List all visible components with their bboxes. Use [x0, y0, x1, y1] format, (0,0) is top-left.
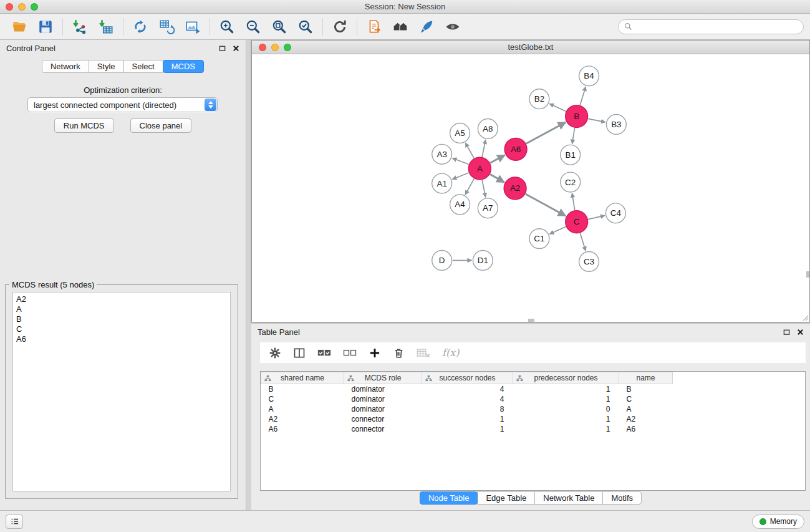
add-icon[interactable]	[369, 347, 381, 359]
graph-edge-A6-B[interactable]	[526, 122, 566, 143]
tab-network[interactable]: Network	[42, 60, 89, 73]
graph-edge-A-A1[interactable]	[452, 173, 468, 179]
show-columns-icon[interactable]	[293, 347, 306, 359]
graph-node-A2[interactable]: A2	[504, 177, 526, 200]
tab-edge-table[interactable]: Edge Table	[477, 491, 535, 505]
close-panel-button[interactable]: Close panel	[130, 118, 192, 133]
graph-node-A[interactable]: A	[468, 157, 491, 180]
mcds-result-item[interactable]: A2	[16, 294, 227, 304]
show-panels-button[interactable]	[6, 515, 23, 529]
tab-motifs[interactable]: Motifs	[602, 491, 642, 505]
graph-node-C4[interactable]: C4	[605, 203, 625, 223]
graph-edge-B-B2[interactable]	[549, 104, 566, 111]
column-header-successor-nodes[interactable]: successor nodes	[422, 372, 513, 384]
float-panel-icon[interactable]	[219, 45, 226, 52]
open-session-button[interactable]	[6, 16, 32, 37]
criterion-dropdown[interactable]: largest connected component (directed)	[27, 97, 218, 112]
clone-network-button[interactable]	[127, 16, 153, 37]
graph-node-A4[interactable]: A4	[450, 195, 470, 215]
column-header-mcds-role[interactable]: MCDS role	[344, 372, 422, 384]
graph-edge-B-B1[interactable]	[572, 128, 575, 143]
graph-edge-B-B4[interactable]	[580, 87, 586, 105]
import-table-button[interactable]	[93, 16, 119, 37]
table-row[interactable]: A2connector11A2	[261, 414, 806, 424]
zoom-out-button[interactable]	[240, 16, 266, 37]
graph-node-A6[interactable]: A6	[504, 138, 527, 160]
tab-mcds[interactable]: MCDS	[163, 60, 204, 73]
graph-node-B2[interactable]: B2	[529, 89, 549, 109]
graph-edge-C-C1[interactable]	[549, 227, 566, 235]
network-zoom-button[interactable]	[284, 44, 291, 51]
table-row[interactable]: Adominator80A	[261, 404, 806, 414]
column-header-predecessor-nodes[interactable]: predecessor nodes	[513, 372, 619, 384]
zoom-in-button[interactable]	[214, 16, 240, 37]
import-network-button[interactable]	[67, 16, 93, 37]
zoom-selected-button[interactable]	[292, 16, 319, 37]
show-hide-button[interactable]	[440, 16, 466, 37]
resize-grip-icon[interactable]	[801, 314, 809, 321]
graph-node-A8[interactable]: A8	[478, 119, 498, 139]
mcds-result-item[interactable]: B	[16, 314, 227, 324]
network-minimize-button[interactable]	[271, 44, 279, 51]
network-graph[interactable]: B4B2BB3A5A8A6A3B1AC2A1A2A4A7C4CC1DD1C3	[252, 55, 809, 322]
graph-node-A7[interactable]: A7	[478, 198, 498, 218]
mcds-result-item[interactable]: A	[16, 304, 227, 314]
tab-select[interactable]: Select	[123, 60, 163, 73]
graph-node-A5[interactable]: A5	[450, 123, 470, 143]
table-row[interactable]: A6connector11A6	[261, 424, 806, 434]
close-panel-icon[interactable]	[233, 45, 239, 52]
function-builder-icon[interactable]: f(x)	[442, 347, 459, 359]
graph-edge-C-C4[interactable]	[588, 216, 605, 220]
graph-edge-A-A3[interactable]	[452, 158, 468, 165]
delete-columns-icon[interactable]	[417, 347, 430, 359]
graph-node-B[interactable]: B	[566, 105, 588, 128]
export-image-button[interactable]	[180, 16, 206, 37]
minimize-window-button[interactable]	[18, 3, 26, 11]
home-button[interactable]	[387, 16, 413, 37]
graph-edge-A-A6[interactable]	[490, 155, 504, 163]
mcds-result-item[interactable]: C	[16, 324, 227, 334]
search-input[interactable]	[635, 22, 798, 31]
network-canvas[interactable]: B4B2BB3A5A8A6A3B1AC2A1A2A4A7C4CC1DD1C3	[252, 55, 809, 322]
float-panel-icon[interactable]	[783, 329, 790, 336]
graph-edge-A-A7[interactable]	[482, 180, 486, 198]
save-session-button[interactable]	[32, 16, 59, 37]
graph-node-C2[interactable]: C2	[561, 172, 581, 192]
zoom-window-button[interactable]	[31, 3, 38, 11]
graph-node-C3[interactable]: C3	[579, 252, 599, 272]
tab-style[interactable]: Style	[89, 60, 124, 73]
graph-edge-A-A8[interactable]	[482, 140, 486, 157]
graph-edge-A2-C[interactable]	[526, 194, 566, 216]
tab-network-table[interactable]: Network Table	[534, 491, 603, 505]
memory-button[interactable]: Memory	[752, 515, 804, 529]
mcds-result-list[interactable]: A2ABCA6	[12, 292, 231, 491]
style-button[interactable]	[413, 16, 440, 37]
graph-node-D[interactable]: D	[432, 251, 452, 271]
clone-table-button[interactable]	[153, 16, 180, 37]
graph-node-A1[interactable]: A1	[432, 173, 452, 193]
mcds-result-item[interactable]: A6	[16, 334, 227, 344]
deselect-all-icon[interactable]	[343, 348, 357, 358]
graph-node-D1[interactable]: D1	[473, 251, 493, 271]
graph-edge-A-A4[interactable]	[465, 179, 474, 195]
horizontal-scroll-tick[interactable]	[528, 319, 534, 322]
table-settings-gear-icon[interactable]	[269, 347, 281, 359]
refresh-view-button[interactable]	[327, 16, 353, 37]
zoom-fit-button[interactable]	[266, 16, 292, 37]
close-panel-icon[interactable]	[797, 329, 804, 336]
graph-node-C1[interactable]: C1	[529, 229, 549, 249]
graph-node-B3[interactable]: B3	[606, 115, 626, 135]
network-close-button[interactable]	[259, 44, 266, 51]
run-mcds-button[interactable]: Run MCDS	[54, 118, 114, 133]
graph-node-B1[interactable]: B1	[561, 145, 581, 165]
table-row[interactable]: Cdominator41C	[261, 394, 806, 404]
graph-node-C[interactable]: C	[566, 211, 588, 233]
graph-node-A3[interactable]: A3	[432, 144, 452, 164]
delete-trash-icon[interactable]	[393, 347, 405, 359]
graph-edge-A-A2[interactable]	[490, 174, 504, 182]
toolbar-search[interactable]	[618, 19, 804, 34]
graph-edge-B-B3[interactable]	[588, 118, 605, 122]
graph-node-B4[interactable]: B4	[579, 66, 599, 86]
close-window-button[interactable]	[6, 3, 13, 11]
select-all-icon[interactable]	[317, 348, 331, 358]
